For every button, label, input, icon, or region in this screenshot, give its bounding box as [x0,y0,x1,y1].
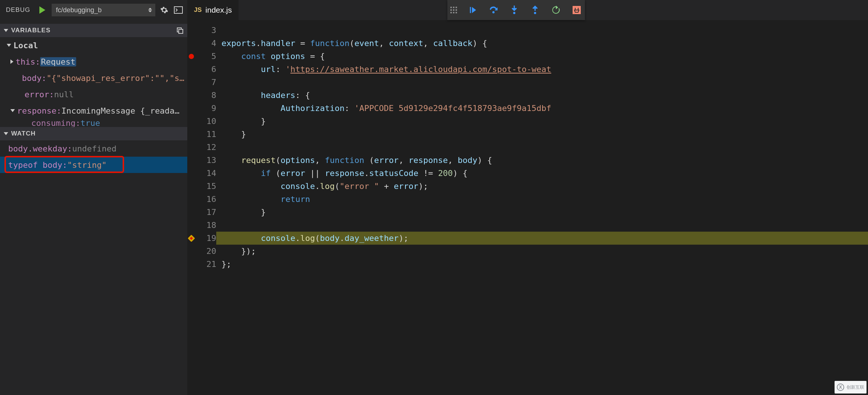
variable-name: this: [16,57,40,66]
line-number: 16 [195,193,216,206]
conditional-breakpoint-icon[interactable] [188,235,195,242]
variable-value: Request [40,57,76,66]
line-number: 14 [195,167,216,180]
debug-config-name: fc/debugging_b [56,6,101,14]
variables-section-header[interactable]: VARIABLES [0,24,187,37]
line-number: 3 [195,24,216,37]
chevron-right-icon [10,59,13,64]
line-number: 19 [195,232,216,245]
code-line[interactable] [216,24,868,37]
code-line[interactable]: request(options, function (error, respon… [216,154,868,167]
watch-expression: typeof body: [8,160,67,170]
line-number: 11 [195,128,216,141]
variable-value: "{"showapi_res_error":"","s… [46,74,184,83]
line-number: 17 [195,206,216,219]
variable-row[interactable]: body: "{"showapi_res_error":"","s… [0,70,187,86]
watch-row[interactable]: typeof body: "string" [0,157,187,173]
variable-value: true [80,119,100,127]
code-line[interactable]: headers: { [216,89,868,102]
debug-console-icon[interactable] [173,5,184,15]
breakpoint-gutter[interactable] [187,20,195,395]
variable-row[interactable]: this: Request [0,53,187,70]
line-number: 12 [195,141,216,154]
line-number: 8 [195,89,216,102]
watch-section-title: WATCH [11,130,36,137]
watermark-text: 创新互联 [846,384,864,391]
line-number: 15 [195,180,216,193]
watermark-badge: X 创新互联 [835,381,867,394]
line-number: 13 [195,154,216,167]
debug-topbar: DEBUG fc/debugging_b [0,0,187,20]
svg-point-5 [534,12,536,14]
disconnect-button[interactable] [571,5,582,15]
watermark-icon: X [837,383,844,391]
variable-name: error: [25,90,54,99]
select-arrows-icon [148,8,152,12]
code-line[interactable]: }; [216,258,868,271]
scope-label: Local [13,41,38,50]
svg-point-4 [513,12,515,14]
variable-name: response: [17,106,61,115]
code-line[interactable] [216,141,868,154]
watch-row[interactable]: body.weekday: undefined [0,140,187,157]
settings-gear-icon[interactable] [159,5,169,15]
watch-expression: body.weekday: [8,144,72,153]
code-line[interactable]: } [216,128,868,141]
chevron-down-icon [7,44,11,47]
watch-list: body.weekday: undefinedtypeof body: "str… [0,140,187,173]
chevron-down-icon [10,109,15,112]
collapse-all-icon[interactable] [176,27,184,34]
code-line[interactable]: url: 'https://saweather.market.aliclouda… [216,63,868,76]
svg-rect-2 [179,29,183,33]
debug-config-select[interactable]: fc/debugging_b [52,4,155,16]
code-line[interactable] [216,219,868,232]
variable-row[interactable]: error: null [0,86,187,102]
js-file-icon: JS [194,6,202,14]
code-line[interactable]: if (error || response.statusCode != 200)… [216,167,868,180]
code-line[interactable]: console.log(body.day_weether); [216,232,868,245]
code-content[interactable]: exports.handler = function(event, contex… [216,20,868,395]
variable-value: null [54,90,74,99]
file-tab-label: index.js [205,6,232,14]
code-line[interactable]: const options = { [216,50,868,63]
drag-grip-icon[interactable] [450,7,457,13]
debug-title: DEBUG [6,6,30,14]
step-out-button[interactable] [530,5,540,15]
code-line[interactable]: exports.handler = function(event, contex… [216,37,868,50]
continue-button[interactable] [467,5,478,15]
breakpoint-icon[interactable] [189,54,194,59]
watch-value: "string" [67,160,107,170]
code-line[interactable]: Authorization: 'APPCODE 5d9129e294fc4f51… [216,102,868,115]
variable-name: consuming: [31,119,80,127]
watch-section-header[interactable]: WATCH [0,127,187,140]
chevron-down-icon [4,29,8,32]
code-editor[interactable]: 3456789101112131415161718192021 exports.… [187,20,868,395]
line-number: 10 [195,115,216,128]
step-into-button[interactable] [509,5,519,15]
code-line[interactable]: } [216,115,868,128]
restart-button[interactable] [551,5,561,15]
scope-local-row[interactable]: Local [0,37,187,53]
editor-area: JS index.js 3456789101112131415161718192… [187,0,868,395]
step-over-button[interactable] [488,5,499,15]
debug-sidebar: DEBUG fc/debugging_b VARIABLES Local [0,0,187,395]
play-icon [39,6,45,14]
chevron-down-icon [4,132,8,135]
file-tab-indexjs[interactable]: JS index.js [187,0,239,20]
code-line[interactable]: }); [216,245,868,258]
line-number: 21 [195,258,216,271]
line-number: 9 [195,102,216,115]
line-number: 4 [195,37,216,50]
code-line[interactable] [216,76,868,89]
variables-section-title: VARIABLES [11,27,51,34]
code-line[interactable]: return [216,193,868,206]
variable-row[interactable]: response: IncomingMessage {_reada… [0,102,187,119]
variable-value: IncomingMessage {_reada… [61,106,179,115]
variable-row[interactable]: consuming: true [0,119,187,127]
start-debug-button[interactable] [37,4,48,16]
svg-point-3 [492,11,495,13]
debug-toolbar[interactable] [447,0,585,20]
code-line[interactable]: console.log("error " + error); [216,180,868,193]
code-line[interactable]: } [216,206,868,219]
watch-value: undefined [72,144,116,153]
